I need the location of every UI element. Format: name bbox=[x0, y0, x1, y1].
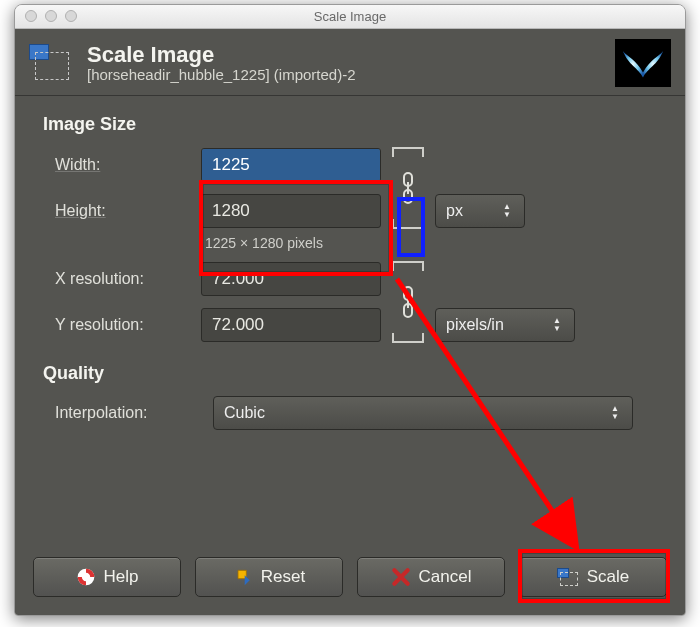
yres-field[interactable] bbox=[202, 309, 381, 341]
link-res-toggle[interactable] bbox=[389, 261, 427, 343]
dialog-header: Scale Image [horseheadir_hubble_1225] (i… bbox=[15, 29, 685, 96]
reset-button[interactable]: Reset bbox=[195, 557, 343, 597]
gimp-logo bbox=[615, 39, 671, 87]
yres-input[interactable]: ▲ ▼ bbox=[201, 308, 381, 342]
zoom-icon[interactable] bbox=[65, 10, 77, 22]
quality-heading: Quality bbox=[43, 363, 663, 384]
height-input[interactable]: ▲ ▼ bbox=[201, 194, 381, 228]
image-size-heading: Image Size bbox=[43, 114, 663, 135]
dialog-title: Scale Image bbox=[87, 43, 356, 66]
interpolation-select[interactable]: Cubic ▲▼ bbox=[213, 396, 633, 430]
interpolation-label: Interpolation: bbox=[55, 404, 205, 422]
scale-label: Scale bbox=[587, 567, 630, 587]
xres-field[interactable] bbox=[202, 263, 381, 295]
height-field[interactable] bbox=[202, 195, 381, 227]
close-icon[interactable] bbox=[25, 10, 37, 22]
height-label: Height: bbox=[43, 202, 193, 220]
size-unit-value: px bbox=[446, 202, 490, 220]
help-button[interactable]: Help bbox=[33, 557, 181, 597]
cancel-label: Cancel bbox=[419, 567, 472, 587]
help-label: Help bbox=[104, 567, 139, 587]
dialog-subtitle: [horseheadir_hubble_1225] (imported)-2 bbox=[87, 66, 356, 83]
scale-button[interactable]: Scale bbox=[519, 557, 667, 597]
width-field[interactable] bbox=[202, 149, 381, 181]
width-label: Width: bbox=[43, 156, 193, 174]
width-input[interactable]: ▲ ▼ bbox=[201, 148, 381, 182]
chevron-updown-icon: ▲▼ bbox=[608, 405, 622, 421]
res-unit-value: pixels/in bbox=[446, 316, 540, 334]
size-unit-select[interactable]: px ▲▼ bbox=[435, 194, 525, 228]
yres-label: Y resolution: bbox=[43, 316, 193, 334]
titlebar: Scale Image bbox=[15, 5, 685, 29]
dialog-body: Scale Image [horseheadir_hubble_1225] (i… bbox=[15, 29, 685, 615]
chevron-updown-icon: ▲▼ bbox=[550, 317, 564, 333]
scale-image-icon bbox=[29, 44, 73, 82]
traffic-lights bbox=[25, 10, 77, 22]
interpolation-value: Cubic bbox=[224, 404, 598, 422]
chain-link-icon bbox=[400, 172, 416, 204]
cancel-button[interactable]: Cancel bbox=[357, 557, 505, 597]
window-title: Scale Image bbox=[314, 9, 386, 24]
link-size-toggle[interactable] bbox=[389, 147, 427, 229]
minimize-icon[interactable] bbox=[45, 10, 57, 22]
chain-link-icon bbox=[400, 286, 416, 318]
dialog-window: Scale Image Scale Image [horseheadir_hub… bbox=[14, 4, 686, 616]
button-bar: Help Reset Cancel Scal bbox=[15, 543, 685, 615]
reset-label: Reset bbox=[261, 567, 305, 587]
svg-point-7 bbox=[82, 574, 89, 581]
res-unit-select[interactable]: pixels/in ▲▼ bbox=[435, 308, 575, 342]
scale-icon bbox=[557, 568, 579, 586]
pixel-dimensions-info: 1225 × 1280 pixels bbox=[201, 235, 555, 251]
chevron-updown-icon: ▲▼ bbox=[500, 203, 514, 219]
cancel-icon bbox=[391, 567, 411, 587]
xres-input[interactable]: ▲ ▼ bbox=[201, 262, 381, 296]
xres-label: X resolution: bbox=[43, 270, 193, 288]
reset-icon bbox=[233, 567, 253, 587]
lifebuoy-icon bbox=[76, 567, 96, 587]
